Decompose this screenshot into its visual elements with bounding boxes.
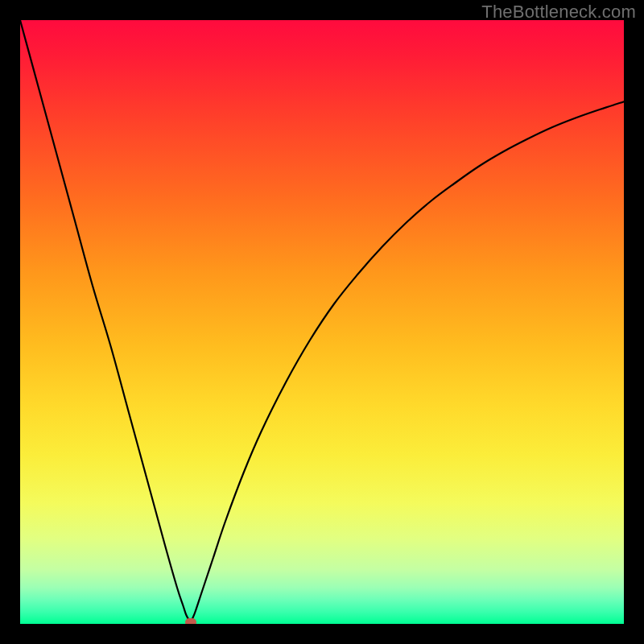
watermark-text: TheBottleneck.com <box>481 2 636 23</box>
chart-frame: TheBottleneck.com <box>0 0 644 644</box>
min-marker <box>185 618 196 624</box>
curve-svg <box>20 20 624 624</box>
plot-area <box>20 20 624 624</box>
curve-path <box>20 20 624 622</box>
